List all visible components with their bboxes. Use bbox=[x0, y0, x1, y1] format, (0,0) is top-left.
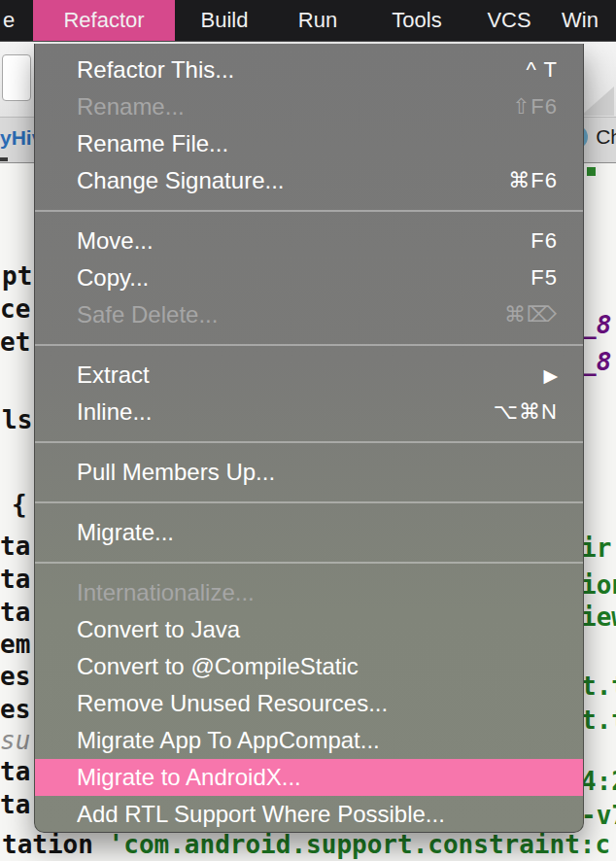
macos-menu-bar: eRefactorBuildRunToolsVCSWin bbox=[0, 0, 616, 41]
code-line-plain: tation bbox=[2, 830, 109, 859]
menu-item-shortcut: ⌥⌘N bbox=[494, 399, 558, 425]
menu-item-label: Change Signature... bbox=[77, 167, 508, 194]
code-fragment: ce bbox=[0, 295, 30, 324]
menu-item-add-rtl-support-where-possible[interactable]: Add RTL Support Where Possible... bbox=[35, 796, 583, 833]
menubar-item-label: Refactor bbox=[63, 8, 144, 33]
code-fragment: ta bbox=[0, 533, 30, 561]
menu-item-extract[interactable]: Extract▶ bbox=[35, 357, 583, 394]
menu-item-label: Migrate to AndroidX... bbox=[77, 764, 558, 791]
menubar-item-label: Win bbox=[562, 8, 599, 33]
menu-item-label: Refactor This... bbox=[77, 56, 527, 84]
menu-item-change-signature[interactable]: Change Signature...⌘F6 bbox=[35, 162, 583, 199]
code-fragment: ta bbox=[0, 791, 30, 819]
code-fragment: _8 bbox=[581, 348, 611, 376]
code-fragment: pt bbox=[2, 262, 32, 291]
code-fragment: 4:2 bbox=[581, 768, 616, 796]
menu-item-shortcut: F5 bbox=[530, 265, 558, 291]
menu-separator bbox=[35, 430, 583, 454]
toolbar-field-fragment[interactable] bbox=[2, 54, 31, 101]
menubar-item-label: Run bbox=[298, 8, 337, 33]
menu-item-label: Extract bbox=[77, 362, 543, 389]
menu-separator bbox=[35, 491, 583, 514]
menu-item-move[interactable]: Move...F6 bbox=[35, 223, 583, 259]
code-fragment: ls bbox=[2, 406, 32, 434]
menu-item-refactor-this[interactable]: Refactor This...^ T bbox=[35, 52, 583, 88]
code-fragment: es bbox=[0, 696, 30, 724]
android-studio-window: yHiv Ch ptceetls{tatataemesessutata _8_8… bbox=[0, 0, 616, 861]
menu-item-convert-to-java[interactable]: Convert to Java bbox=[35, 611, 583, 648]
menu-item-label: Internationalize... bbox=[77, 579, 558, 606]
code-fragment: ta bbox=[0, 758, 30, 786]
menu-separator bbox=[35, 551, 583, 574]
code-fragment: su bbox=[0, 727, 30, 755]
menu-item-migrate-app-to-appcompat[interactable]: Migrate App To AppCompat... bbox=[35, 722, 583, 759]
menubar-item-vcs[interactable]: VCS bbox=[476, 0, 542, 41]
code-fragment: ta bbox=[0, 566, 30, 594]
active-tab-marker bbox=[0, 157, 8, 161]
menu-item-remove-unused-resources[interactable]: Remove Unused Resources... bbox=[35, 685, 583, 722]
menubar-item-run[interactable]: Run bbox=[288, 0, 348, 41]
toolbar-triangle-icon bbox=[581, 86, 614, 116]
menu-item-shortcut: ⌘⌦ bbox=[504, 302, 558, 327]
menu-item-internationalize: Internationalize... bbox=[35, 574, 583, 611]
menu-item-pull-members-up[interactable]: Pull Members Up... bbox=[35, 454, 583, 491]
menu-item-label: Add RTL Support Where Possible... bbox=[77, 801, 558, 828]
menubar-item-label: Build bbox=[201, 8, 249, 33]
menu-item-label: Convert to Java bbox=[77, 616, 558, 643]
code-line-string: 'com.android.support.constraint:c bbox=[109, 830, 611, 859]
submenu-arrow-icon: ▶ bbox=[543, 364, 558, 387]
menu-item-shortcut: ^ T bbox=[527, 57, 558, 83]
menu-item-safe-delete: Safe Delete...⌘⌦ bbox=[35, 296, 583, 333]
menu-item-label: Rename File... bbox=[77, 130, 558, 157]
menubar-item-win[interactable]: Win bbox=[562, 0, 616, 41]
gutter-color-swatch bbox=[587, 167, 596, 176]
code-fragment: es bbox=[0, 663, 30, 691]
menubar-item-label: VCS bbox=[487, 8, 530, 33]
menu-item-migrate[interactable]: Migrate... bbox=[35, 514, 583, 551]
menubar-item-tools[interactable]: Tools bbox=[381, 0, 453, 41]
menu-item-label: Migrate... bbox=[77, 519, 558, 546]
menu-item-label: Migrate App To AppCompat... bbox=[77, 727, 558, 754]
menu-item-rename-file[interactable]: Rename File... bbox=[35, 125, 583, 162]
menu-item-shortcut: F6 bbox=[530, 228, 558, 254]
refactor-menu: Refactor This...^ TRename...⇧F6Rename Fi… bbox=[34, 44, 584, 833]
menu-item-label: Move... bbox=[77, 227, 530, 255]
code-fragment: ion bbox=[581, 571, 616, 600]
code-fragment: iew bbox=[581, 603, 616, 632]
menubar-item-e[interactable]: e bbox=[0, 0, 21, 41]
menubar-item-refactor[interactable]: Refactor bbox=[33, 0, 175, 41]
menu-item-label: Safe Delete... bbox=[77, 301, 504, 328]
menu-separator bbox=[35, 199, 583, 223]
menu-item-label: Inline... bbox=[77, 398, 494, 426]
menu-item-label: Remove Unused Resources... bbox=[77, 690, 558, 717]
menu-item-label: Pull Members Up... bbox=[77, 459, 558, 486]
code-fragment: et bbox=[0, 328, 30, 357]
menu-item-shortcut: ⇧F6 bbox=[512, 94, 558, 120]
menu-item-label: Rename... bbox=[77, 93, 512, 121]
menubar-item-build[interactable]: Build bbox=[190, 0, 258, 41]
menu-item-migrate-to-androidx[interactable]: Migrate to AndroidX... bbox=[35, 759, 583, 796]
code-fragment: _8 bbox=[581, 311, 611, 339]
code-fragment: t.t bbox=[581, 706, 616, 735]
code-fragment: -v7 bbox=[581, 802, 616, 830]
menu-item-inline[interactable]: Inline...⌥⌘N bbox=[35, 394, 583, 430]
code-fragment: em bbox=[0, 631, 30, 659]
menu-item-copy[interactable]: Copy...F5 bbox=[35, 259, 583, 296]
code-fragment: ir: bbox=[581, 534, 616, 563]
menubar-item-label: e bbox=[3, 8, 15, 33]
menu-item-rename: Rename...⇧F6 bbox=[35, 88, 583, 125]
editor-tab-right-label: Ch bbox=[596, 125, 616, 149]
code-fragment: t.t bbox=[581, 672, 616, 701]
menubar-item-label: Tools bbox=[392, 8, 441, 33]
code-fragment: ta bbox=[0, 599, 30, 627]
menu-item-shortcut: ⌘F6 bbox=[508, 168, 558, 193]
menu-item-label: Convert to @CompileStatic bbox=[77, 653, 558, 680]
code-line-bottom: tation 'com.android.support.constraint:c bbox=[2, 831, 610, 859]
menu-item-convert-to-compilestatic[interactable]: Convert to @CompileStatic bbox=[35, 648, 583, 685]
menu-separator bbox=[35, 333, 583, 357]
code-fragment: { bbox=[12, 491, 27, 519]
menu-item-label: Copy... bbox=[77, 264, 530, 292]
